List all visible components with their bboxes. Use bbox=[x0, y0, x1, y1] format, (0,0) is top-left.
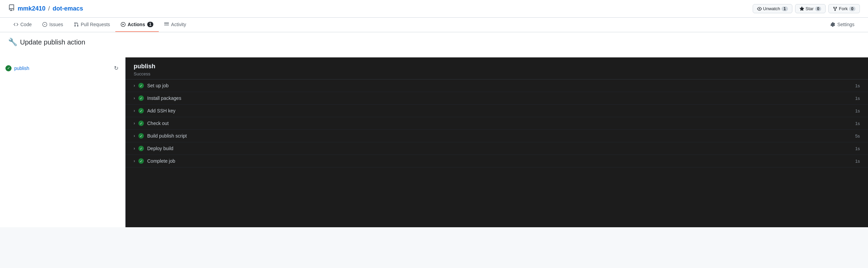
steps-list: › ✓ Set up job 1s › ✓ Install packages 1… bbox=[126, 79, 868, 167]
tab-activity-label: Activity bbox=[171, 22, 186, 27]
step-row[interactable]: › ✓ Build publish script 5s bbox=[126, 130, 868, 142]
tab-activity[interactable]: Activity bbox=[159, 18, 191, 32]
step-duration: 1s bbox=[850, 159, 860, 164]
star-label: Star bbox=[806, 6, 814, 11]
step-row[interactable]: › ✓ Complete job 1s bbox=[126, 155, 868, 167]
step-duration: 1s bbox=[850, 108, 860, 113]
chevron-icon: › bbox=[134, 146, 135, 151]
job-name[interactable]: publish bbox=[14, 66, 29, 71]
unwatch-label: Unwatch bbox=[763, 6, 780, 11]
step-success-icon: ✓ bbox=[138, 95, 144, 101]
step-success-icon: ✓ bbox=[138, 146, 144, 151]
step-row[interactable]: › ✓ Set up job 1s bbox=[126, 79, 868, 92]
repo-name-link[interactable]: dot-emacs bbox=[53, 5, 83, 12]
chevron-icon: › bbox=[134, 159, 135, 163]
refresh-button[interactable]: ↻ bbox=[113, 64, 120, 73]
tab-issues-label: Issues bbox=[49, 22, 63, 27]
step-duration: 5s bbox=[850, 133, 860, 139]
step-left: › ✓ Add SSH key bbox=[134, 108, 175, 113]
step-success-icon: ✓ bbox=[138, 83, 144, 88]
header-actions: Unwatch 1 Star 0 Fork 0 bbox=[753, 4, 860, 13]
tab-code-label: Code bbox=[20, 22, 32, 27]
page-title: 🔧 Update publish action bbox=[8, 38, 860, 47]
tab-actions[interactable]: Actions 1 bbox=[115, 18, 159, 32]
top-header: mmk2410 / dot-emacs Unwatch 1 Star 0 For… bbox=[0, 0, 868, 18]
step-row[interactable]: › ✓ Deploy build 1s bbox=[126, 142, 868, 155]
step-row[interactable]: › ✓ Check out 1s bbox=[126, 117, 868, 130]
tab-actions-label: Actions bbox=[128, 22, 145, 27]
main-layout: ✓ publish ↻ publish Success › ✓ Set up j… bbox=[0, 57, 868, 227]
tab-pull-requests-label: Pull Requests bbox=[81, 22, 110, 27]
repo-title: mmk2410 / dot-emacs bbox=[8, 4, 83, 13]
step-duration: 1s bbox=[850, 83, 860, 88]
chevron-icon: › bbox=[134, 121, 135, 126]
job-success-icon: ✓ bbox=[5, 65, 12, 71]
step-left: › ✓ Check out bbox=[134, 121, 169, 126]
step-duration: 1s bbox=[850, 146, 860, 151]
step-name: Check out bbox=[147, 121, 169, 126]
chevron-icon: › bbox=[134, 108, 135, 113]
step-name: Install packages bbox=[147, 95, 181, 101]
step-name: Set up job bbox=[147, 83, 169, 88]
step-name: Add SSH key bbox=[147, 108, 175, 113]
repo-icon bbox=[8, 4, 15, 13]
job-detail-title: publish bbox=[134, 63, 860, 70]
step-left: › ✓ Set up job bbox=[134, 83, 169, 88]
step-success-icon: ✓ bbox=[138, 133, 144, 139]
step-success-icon: ✓ bbox=[138, 158, 144, 164]
sidebar-job[interactable]: ✓ publish ↻ bbox=[0, 60, 125, 76]
page-title-text: Update publish action bbox=[20, 38, 85, 46]
step-left: › ✓ Install packages bbox=[134, 95, 181, 101]
step-left: › ✓ Complete job bbox=[134, 158, 175, 164]
fork-button[interactable]: Fork 0 bbox=[828, 4, 860, 13]
repo-owner-link[interactable]: mmk2410 bbox=[18, 5, 45, 12]
unwatch-button[interactable]: Unwatch 1 bbox=[753, 4, 792, 13]
job-detail: publish Success › ✓ Set up job 1s › ✓ In… bbox=[126, 57, 868, 227]
step-row[interactable]: › ✓ Add SSH key 1s bbox=[126, 105, 868, 117]
step-success-icon: ✓ bbox=[138, 108, 144, 113]
sidebar: ✓ publish ↻ bbox=[0, 57, 126, 227]
tab-actions-badge: 1 bbox=[147, 22, 154, 27]
step-left: › ✓ Build publish script bbox=[134, 133, 187, 139]
chevron-icon: › bbox=[134, 83, 135, 88]
tab-code[interactable]: Code bbox=[8, 18, 37, 32]
step-name: Build publish script bbox=[147, 133, 187, 139]
job-left: ✓ publish bbox=[5, 65, 29, 71]
nav-tabs-left: Code Issues Pull Requests Actions 1 Ac bbox=[8, 18, 192, 32]
step-row[interactable]: › ✓ Install packages 1s bbox=[126, 92, 868, 105]
unwatch-count: 1 bbox=[782, 6, 788, 11]
repo-separator: / bbox=[48, 5, 50, 12]
tab-pull-requests[interactable]: Pull Requests bbox=[69, 18, 115, 32]
job-detail-status: Success bbox=[134, 71, 860, 76]
star-count: 0 bbox=[815, 6, 822, 11]
step-name: Deploy build bbox=[147, 146, 173, 151]
nav-tabs: Code Issues Pull Requests Actions 1 Ac bbox=[0, 18, 868, 32]
page-content: 🔧 Update publish action bbox=[0, 32, 868, 57]
job-detail-header: publish Success bbox=[126, 57, 868, 79]
chevron-icon: › bbox=[134, 96, 135, 101]
settings-label: Settings bbox=[837, 22, 854, 27]
step-duration: 1s bbox=[850, 96, 860, 101]
step-left: › ✓ Deploy build bbox=[134, 146, 173, 151]
fork-label: Fork bbox=[839, 6, 848, 11]
step-name: Complete job bbox=[147, 158, 175, 164]
tab-issues[interactable]: Issues bbox=[37, 18, 68, 32]
step-success-icon: ✓ bbox=[138, 121, 144, 126]
settings-tab[interactable]: Settings bbox=[825, 18, 860, 32]
fork-count: 0 bbox=[849, 6, 855, 11]
step-duration: 1s bbox=[850, 121, 860, 126]
star-button[interactable]: Star 0 bbox=[795, 4, 826, 13]
run-icon: 🔧 bbox=[8, 38, 17, 47]
chevron-icon: › bbox=[134, 133, 135, 138]
